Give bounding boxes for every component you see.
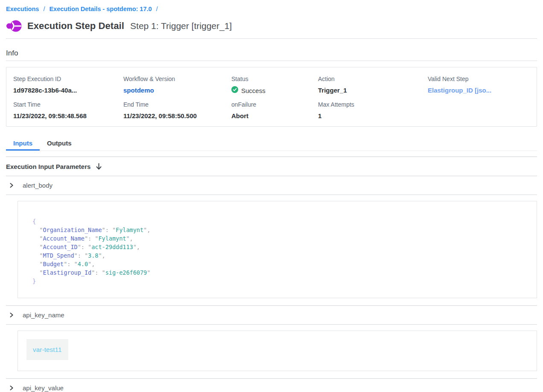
field-label: Valid Next Step [428, 75, 530, 82]
code-line: "Account_ID": "act-29ddd113", [32, 243, 537, 251]
param-name: api_key_value [23, 384, 64, 392]
field-label: onFailure [231, 101, 318, 108]
field-value-link[interactable]: Elastigroup_ID [jso... [428, 86, 530, 94]
tab-outputs[interactable]: Outputs [40, 137, 79, 151]
breadcrumb-execution-details[interactable]: Execution Details - spotdemo: 17.0 [49, 6, 152, 12]
field-label: Action [318, 75, 428, 82]
breadcrumb-separator: / [43, 6, 45, 12]
param-list: alert_body{ "Organization_Name": "Fylamy… [6, 176, 537, 392]
code-line: "Organization_Name": "Fylamynt", [32, 226, 537, 234]
code-line: { [32, 217, 537, 226]
param-value-box: var-test11 [18, 331, 537, 371]
code-line: "Account_Name": "Fylamynt", [32, 234, 537, 243]
section-title: Execution Input Parameters [6, 163, 90, 170]
status-text: Success [241, 87, 266, 95]
page-title: Execution Step Detail [27, 20, 124, 32]
field-label: Workflow & Version [123, 75, 231, 82]
execution-step-detail-page: Executions / Execution Details - spotdem… [0, 0, 543, 392]
tab-inputs[interactable]: Inputs [6, 137, 40, 151]
info-heading: Info [6, 49, 537, 58]
code-line: "MTD_Spend": "3.8", [32, 251, 537, 260]
field-value: 1d97828c-13b6-40a... [13, 86, 123, 94]
section-header: Execution Input Parameters [6, 157, 537, 176]
info-field-start-time: Start Time11/23/2022, 09:58:48.568 [13, 101, 123, 120]
param-name: alert_body [23, 182, 53, 189]
field-value: Trigger_1 [318, 86, 428, 94]
info-field-action: ActionTrigger_1 [318, 75, 428, 95]
page-header: Execution Step Detail Step 1: Trigger [t… [6, 20, 537, 32]
breadcrumb-separator: / [156, 6, 158, 12]
field-value-link[interactable]: spotdemo [123, 86, 231, 94]
page-subtitle: Step 1: Trigger [trigger_1] [130, 21, 232, 31]
field-value: 11/23/2022, 09:58:48.568 [13, 112, 123, 120]
field-value: 1 [318, 112, 428, 120]
field-label: Max Attempts [318, 101, 428, 108]
chevron-right-icon [9, 183, 14, 188]
divider [6, 61, 537, 61]
info-field-valid-next-step: Valid Next StepElastigroup_ID [jso... [428, 75, 530, 95]
info-card: Step Execution ID1d97828c-13b6-40a...Wor… [6, 67, 537, 127]
status-badge: Success [231, 86, 318, 95]
field-value: 11/23/2022, 09:58:50.500 [123, 112, 231, 120]
info-field-step-execution-id: Step Execution ID1d97828c-13b6-40a... [13, 75, 123, 95]
code-line: "Elastigroup_Id": "sig-e26f6079" [32, 268, 537, 277]
info-field-status: StatusSuccess [231, 75, 318, 95]
divider [6, 38, 537, 39]
info-field-end-time: End Time11/23/2022, 09:58:50.500 [123, 101, 231, 120]
chevron-right-icon [9, 385, 14, 391]
download-arrow-icon[interactable] [96, 163, 102, 170]
breadcrumb-executions[interactable]: Executions [6, 6, 39, 12]
field-label: Start Time [13, 101, 123, 108]
info-field-workflow-version: Workflow & Versionspotdemo [123, 75, 231, 95]
success-check-icon [231, 86, 238, 95]
tab-bar: InputsOutputs [6, 137, 537, 151]
param-name: api_key_name [23, 311, 64, 319]
json-code-block: { "Organization_Name": "Fylamynt", "Acco… [18, 201, 537, 298]
info-field-onfailure: onFailureAbort [231, 101, 318, 120]
field-label: Step Execution ID [13, 75, 123, 82]
field-value: Abort [231, 112, 318, 120]
param-value-chip: var-test11 [26, 339, 68, 360]
chevron-right-icon [9, 312, 14, 318]
code-line: "Budget": "4.0", [32, 260, 537, 268]
field-label: End Time [123, 101, 231, 108]
info-field-max-attempts: Max Attempts1 [318, 101, 428, 120]
code-line: } [32, 277, 537, 285]
field-label: Status [231, 75, 318, 82]
breadcrumb: Executions / Execution Details - spotdem… [6, 0, 537, 12]
info-field-empty [428, 101, 530, 120]
fylamynt-branch-icon [6, 20, 22, 32]
param-row-api-key-name[interactable]: api_key_name [6, 305, 537, 325]
param-row-api-key-value[interactable]: api_key_value [6, 378, 537, 392]
param-row-alert-body[interactable]: alert_body [6, 176, 537, 195]
